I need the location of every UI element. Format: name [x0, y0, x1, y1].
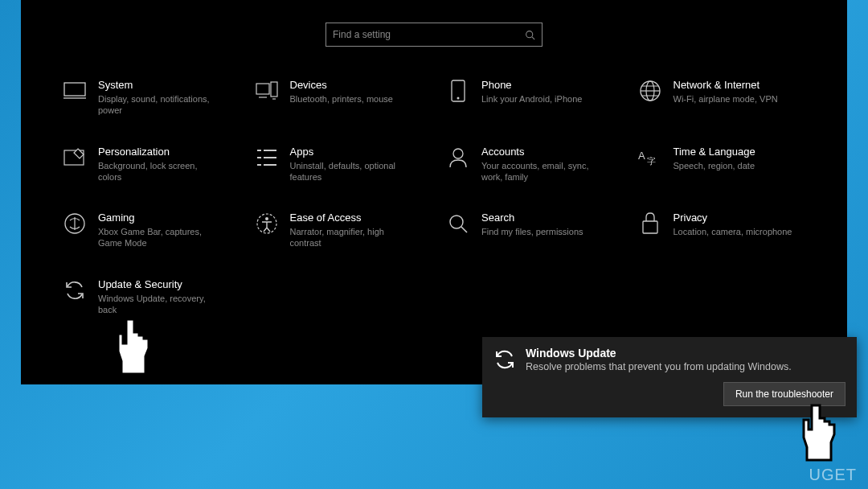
category-desc: Bluetooth, printers, mouse: [290, 93, 393, 105]
category-title: Time & Language: [674, 146, 755, 158]
category-title: Search: [481, 212, 583, 224]
category-title: Personalization: [98, 146, 219, 158]
update-security-icon: [63, 278, 87, 302]
privacy-icon: [638, 212, 662, 236]
category-desc: Display, sound, notifications, power: [98, 93, 219, 117]
system-icon: [63, 79, 87, 103]
category-time-language[interactable]: A字 Time & Language Speech, region, date: [630, 146, 814, 183]
category-desc: Find my files, permissions: [481, 226, 583, 237]
category-ease-of-access[interactable]: Ease of Access Narrator, magnifier, high…: [247, 212, 431, 249]
personalization-icon: [63, 146, 87, 170]
category-title: Phone: [481, 79, 582, 91]
category-desc: Location, camera, microphone: [674, 226, 792, 237]
category-personalization[interactable]: Personalization Background, lock screen,…: [55, 146, 239, 183]
svg-point-0: [526, 31, 533, 38]
svg-rect-30: [643, 221, 657, 233]
category-desc: Xbox Game Bar, captures, Game Mode: [98, 226, 219, 249]
category-desc: Narrator, magnifier, high contrast: [290, 226, 411, 249]
accounts-icon: [446, 146, 470, 170]
search-container: [55, 23, 813, 47]
category-desc: Background, lock screen, colors: [98, 160, 219, 183]
category-title: Privacy: [674, 212, 792, 224]
gaming-icon: [63, 212, 87, 236]
category-title: Devices: [290, 79, 393, 91]
search-input[interactable]: [333, 29, 535, 40]
category-gaming[interactable]: Gaming Xbox Game Bar, captures, Game Mod…: [55, 212, 239, 249]
category-title: Ease of Access: [290, 212, 411, 224]
svg-rect-4: [256, 84, 269, 94]
category-text: Phone Link your Android, iPhone: [481, 79, 582, 105]
svg-text:字: 字: [647, 156, 656, 166]
category-desc: Uninstall, defaults, optional features: [290, 160, 411, 183]
svg-rect-2: [64, 83, 85, 96]
phone-icon: [446, 79, 470, 103]
category-text: Accounts Your accounts, email, sync, wor…: [481, 146, 602, 183]
search-category-icon: [446, 212, 470, 236]
search-icon: [525, 29, 535, 43]
troubleshoot-row: Windows Update Resolve problems that pre…: [493, 347, 845, 372]
category-text: Ease of Access Narrator, magnifier, high…: [290, 212, 411, 249]
svg-point-9: [457, 97, 460, 100]
category-title: Apps: [290, 146, 411, 158]
category-privacy[interactable]: Privacy Location, camera, microphone: [630, 212, 814, 249]
category-text: Personalization Background, lock screen,…: [98, 146, 219, 183]
svg-line-1: [532, 37, 534, 39]
troubleshoot-desc: Resolve problems that prevent you from u…: [526, 361, 792, 372]
category-text: Devices Bluetooth, printers, mouse: [290, 79, 393, 105]
svg-line-29: [461, 227, 467, 232]
category-accounts[interactable]: Accounts Your accounts, email, sync, wor…: [438, 146, 622, 183]
category-apps[interactable]: Apps Uninstall, defaults, optional featu…: [247, 146, 431, 183]
category-text: Search Find my files, permissions: [481, 212, 583, 237]
svg-rect-5: [271, 82, 277, 97]
category-title: Gaming: [98, 212, 219, 224]
svg-point-22: [453, 149, 463, 158]
watermark: UGET: [809, 466, 857, 484]
category-text: Apps Uninstall, defaults, optional featu…: [290, 146, 411, 183]
windows-update-icon: [493, 348, 516, 371]
category-text: Network & Internet Wi-Fi, airplane mode,…: [674, 79, 778, 105]
svg-point-28: [450, 216, 463, 228]
run-troubleshooter-button[interactable]: Run the troubleshooter: [723, 382, 845, 406]
category-text: Time & Language Speech, region, date: [674, 146, 755, 171]
category-title: Network & Internet: [674, 79, 778, 91]
apps-icon: [255, 146, 279, 170]
ease-of-access-icon: [255, 212, 279, 236]
category-desc: Windows Update, recovery, back: [98, 293, 219, 316]
category-devices[interactable]: Devices Bluetooth, printers, mouse: [247, 79, 431, 117]
category-text: Gaming Xbox Game Bar, captures, Game Mod…: [98, 212, 219, 249]
troubleshoot-title: Windows Update: [526, 347, 792, 360]
category-desc: Your accounts, email, sync, work, family: [481, 160, 602, 183]
category-desc: Link your Android, iPhone: [481, 93, 582, 105]
devices-icon: [255, 79, 279, 103]
settings-window: System Display, sound, notifications, po…: [21, 0, 847, 384]
category-text: Privacy Location, camera, microphone: [674, 212, 792, 237]
svg-text:A: A: [638, 150, 645, 162]
category-title: Update & Security: [98, 278, 219, 290]
category-desc: Speech, region, date: [674, 160, 755, 171]
category-desc: Wi-Fi, airplane mode, VPN: [674, 93, 778, 105]
category-search[interactable]: Search Find my files, permissions: [438, 212, 622, 249]
time-language-icon: A字: [638, 146, 662, 170]
category-text: Update & Security Windows Update, recove…: [98, 278, 219, 316]
settings-grid: System Display, sound, notifications, po…: [55, 79, 813, 315]
category-update-security[interactable]: Update & Security Windows Update, recove…: [55, 278, 239, 316]
category-network[interactable]: Network & Internet Wi-Fi, airplane mode,…: [630, 79, 814, 117]
troubleshoot-text: Windows Update Resolve problems that pre…: [526, 347, 792, 372]
network-icon: [638, 79, 662, 103]
troubleshoot-panel: Windows Update Resolve problems that pre…: [482, 337, 857, 417]
category-title: Accounts: [481, 146, 602, 158]
category-phone[interactable]: Phone Link your Android, iPhone: [438, 79, 622, 117]
troubleshoot-button-row: Run the troubleshooter: [493, 382, 845, 406]
category-text: System Display, sound, notifications, po…: [98, 79, 219, 117]
search-box[interactable]: [326, 23, 542, 47]
svg-point-27: [265, 217, 268, 220]
category-system[interactable]: System Display, sound, notifications, po…: [55, 79, 239, 117]
category-title: System: [98, 79, 219, 91]
